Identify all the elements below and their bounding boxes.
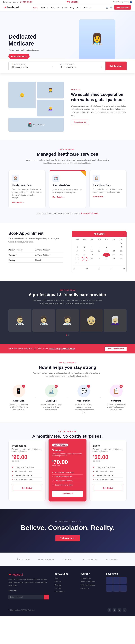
social-link-1[interactable]: Home <box>55 577 75 579</box>
social-link-5[interactable]: Appointments <box>55 590 75 593</box>
about-more-button[interactable]: More About Us <box>71 120 89 124</box>
support-link-1[interactable]: Privacy Policy <box>80 577 101 579</box>
week-day-25[interactable]: 25 <box>86 268 88 270</box>
nav-logo[interactable]: ❤ healsoul <box>4 6 19 9</box>
cal-day[interactable]: 28 <box>110 257 117 261</box>
week-day-27[interactable]: 27 <box>110 268 112 270</box>
get-started-btn-1[interactable]: Get Started <box>12 485 42 491</box>
social-link-2[interactable]: About Us <box>55 580 75 582</box>
cal-day[interactable]: 1 <box>118 241 125 245</box>
cal-day-today[interactable]: 20 <box>103 253 110 257</box>
cal-day[interactable] <box>88 241 95 245</box>
support-link-3[interactable]: Book Appointments <box>80 584 101 586</box>
cal-day[interactable]: 13 <box>103 249 110 253</box>
nav-item-home[interactable]: Home <box>33 6 38 8</box>
nav-link-blog[interactable]: Blog <box>70 6 74 8</box>
service-field[interactable]: 🏥 Type Of Service Choose a service <box>57 62 105 70</box>
social-icon-facebook[interactable]: f <box>107 608 111 612</box>
nav-link-services[interactable]: Services <box>41 6 48 8</box>
service-details-btn-2[interactable]: More Details → <box>52 196 65 198</box>
cal-day[interactable]: 21 <box>110 253 117 257</box>
dot-2[interactable] <box>68 334 69 336</box>
cart-icon[interactable]: 🛒 <box>106 6 108 8</box>
nav-link-pages[interactable]: Pages <box>62 6 68 8</box>
cta-link[interactable]: request an appointment online <box>49 348 75 350</box>
service-select[interactable]: Choose a service <box>60 66 102 68</box>
cal-day[interactable]: 16 <box>74 253 81 257</box>
nav-item-elements[interactable]: Elements <box>84 6 91 8</box>
social-link-4[interactable]: Our Blog <box>55 587 75 589</box>
cal-day[interactable]: 27 <box>103 257 110 261</box>
cal-day[interactable] <box>96 241 103 245</box>
nav-link-shop[interactable]: Shop <box>77 6 81 8</box>
cal-day[interactable]: 30 <box>74 262 81 265</box>
social-icon-linkedin[interactable]: in <box>117 608 121 612</box>
cal-day[interactable]: 19 <box>96 253 103 257</box>
week-day-24[interactable]: 24 <box>74 268 75 270</box>
cal-day[interactable]: 23 <box>74 257 81 261</box>
cal-day[interactable]: 9 <box>74 249 81 253</box>
cal-day-outlined[interactable]: 24 <box>81 257 88 261</box>
book-appointment-button[interactable]: Book Appointment <box>105 346 126 351</box>
support-link-4[interactable]: Contact Us <box>80 587 101 589</box>
cal-day[interactable]: 11 <box>88 249 95 253</box>
cal-day[interactable]: 15 <box>118 249 125 253</box>
cal-day[interactable] <box>110 241 117 245</box>
cal-day[interactable]: 25 <box>88 257 95 261</box>
explore-link[interactable]: Explore all services <box>81 212 98 214</box>
cal-day[interactable]: 22 <box>118 253 125 257</box>
nav-link-elements[interactable]: Elements <box>84 6 91 8</box>
nav-item-pages[interactable]: Pages <box>62 6 68 8</box>
service-details-btn-1[interactable]: More Details → <box>12 202 24 204</box>
topbar-phone[interactable]: (+01)555.666.88 <box>20 1 32 3</box>
cal-next[interactable]: → <box>122 233 124 235</box>
nav-item-shop[interactable]: Shop <box>77 6 81 8</box>
cal-day[interactable] <box>81 241 88 245</box>
nav-item-blog[interactable]: Blog <box>70 6 74 8</box>
subscribe-button[interactable]: → <box>44 595 49 600</box>
support-link-2[interactable]: Terms & Conditions <box>80 580 101 582</box>
location-field[interactable]: 📍 Your Location Choose a location <box>9 62 57 70</box>
find-caregiver-button[interactable]: Find A Caregiver <box>55 535 80 541</box>
cal-day[interactable]: 10 <box>81 249 88 253</box>
cal-day[interactable]: 8 <box>118 245 125 249</box>
nav-link-resources[interactable]: Resources <box>51 6 59 8</box>
subscribe-input[interactable] <box>9 595 44 600</box>
search-button[interactable]: Get Care now <box>105 62 126 70</box>
social-icon-twitter[interactable]: t <box>112 608 116 612</box>
cal-day[interactable]: 18 <box>88 253 95 257</box>
cal-day[interactable]: 29 <box>118 257 125 261</box>
search-icon[interactable]: 🔍 <box>110 6 112 8</box>
cal-day[interactable]: 26 <box>96 257 103 261</box>
cal-day[interactable]: 2 <box>74 245 81 249</box>
cal-day[interactable]: 5 <box>96 245 103 249</box>
social-link-3[interactable]: Services <box>55 584 75 586</box>
week-day-26[interactable]: 26 <box>98 268 100 270</box>
nav-item-resources[interactable]: Resources <box>51 6 59 8</box>
cal-day[interactable]: 7 <box>110 245 117 249</box>
location-select[interactable]: Choose a location <box>11 66 54 68</box>
copyright-text: © 2023 HealSoul. All Rights Reserved. <box>9 609 35 611</box>
get-started-btn-2[interactable]: Get Started <box>52 490 83 497</box>
download-button[interactable]: Download Now <box>114 5 131 10</box>
nav-link-home[interactable]: Home <box>33 6 38 9</box>
cal-day[interactable]: 12 <box>96 249 103 253</box>
dot-1[interactable] <box>66 334 67 336</box>
nav-item-services[interactable]: Services <box>41 6 48 8</box>
cal-day[interactable] <box>74 241 81 245</box>
cal-day[interactable]: 14 <box>110 249 117 253</box>
social-icon-youtube[interactable]: yt <box>123 608 126 612</box>
cal-day[interactable] <box>103 241 110 245</box>
watch-button[interactable]: ▶ View Our Work <box>9 54 30 59</box>
cal-day[interactable]: 3 <box>81 245 88 249</box>
cal-day[interactable]: 6 <box>103 245 110 249</box>
cal-day[interactable]: 4 <box>88 245 95 249</box>
week-day-28[interactable]: 28 <box>123 268 125 270</box>
team-tag: Meet Our Team <box>9 289 126 291</box>
get-started-btn-3[interactable]: Get Started <box>93 485 123 491</box>
cal-day[interactable]: 17 <box>81 253 88 257</box>
process-subtitle: We have freelance doctors and specialist… <box>32 372 103 378</box>
appointment-section: Book Appointment A customizable calendar… <box>0 223 135 281</box>
cal-prev[interactable]: ← <box>74 233 76 235</box>
service-details-btn-3[interactable]: More Details → <box>93 196 105 198</box>
